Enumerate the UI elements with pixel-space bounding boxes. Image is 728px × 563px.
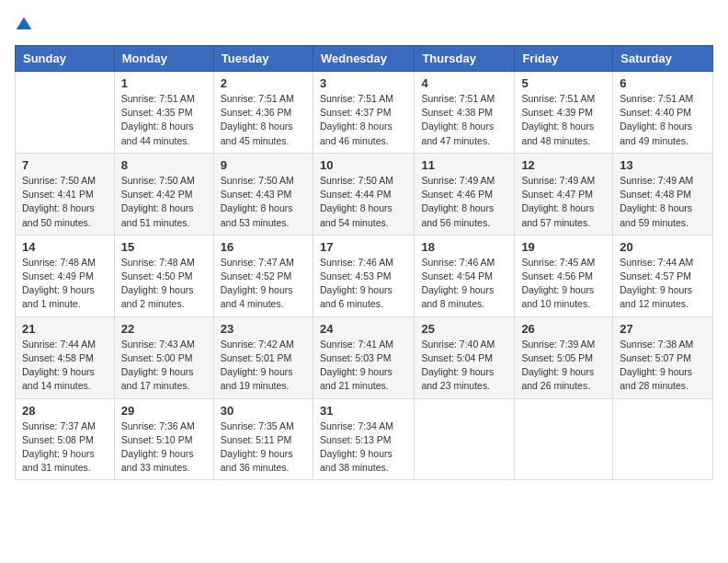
calendar-cell: 21Sunrise: 7:44 AMSunset: 4:58 PMDayligh… <box>16 316 115 398</box>
day-info: Sunrise: 7:47 AMSunset: 4:52 PMDaylight:… <box>221 256 306 312</box>
calendar-cell: 8Sunrise: 7:50 AMSunset: 4:42 PMDaylight… <box>114 153 213 235</box>
day-number: 8 <box>121 158 207 172</box>
day-number: 12 <box>521 158 606 172</box>
day-number: 11 <box>421 158 507 172</box>
weekday-header-friday: Friday <box>515 46 613 72</box>
day-number: 25 <box>421 322 507 336</box>
calendar-cell: 22Sunrise: 7:43 AMSunset: 5:00 PMDayligh… <box>114 316 213 398</box>
calendar-cell: 11Sunrise: 7:49 AMSunset: 4:46 PMDayligh… <box>415 153 515 235</box>
day-info: Sunrise: 7:51 AMSunset: 4:39 PMDaylight:… <box>521 92 606 148</box>
day-info: Sunrise: 7:49 AMSunset: 4:47 PMDaylight:… <box>521 174 606 230</box>
page-header <box>15 15 713 34</box>
day-number: 24 <box>320 322 407 336</box>
day-number: 31 <box>320 404 407 418</box>
day-info: Sunrise: 7:46 AMSunset: 4:54 PMDaylight:… <box>421 256 507 312</box>
day-number: 2 <box>221 76 306 90</box>
weekday-header-thursday: Thursday <box>415 46 515 72</box>
calendar-cell: 16Sunrise: 7:47 AMSunset: 4:52 PMDayligh… <box>213 235 313 316</box>
calendar-week-1: 1Sunrise: 7:51 AMSunset: 4:35 PMDaylight… <box>16 72 713 154</box>
day-info: Sunrise: 7:50 AMSunset: 4:43 PMDaylight:… <box>221 174 306 230</box>
day-info: Sunrise: 7:51 AMSunset: 4:40 PMDaylight:… <box>620 92 706 148</box>
calendar-cell: 4Sunrise: 7:51 AMSunset: 4:38 PMDaylight… <box>415 72 515 154</box>
calendar-cell: 5Sunrise: 7:51 AMSunset: 4:39 PMDaylight… <box>515 72 613 154</box>
day-number: 28 <box>22 404 108 418</box>
calendar-week-2: 7Sunrise: 7:50 AMSunset: 4:41 PMDaylight… <box>16 153 713 235</box>
calendar-cell: 10Sunrise: 7:50 AMSunset: 4:44 PMDayligh… <box>313 153 414 235</box>
day-info: Sunrise: 7:37 AMSunset: 5:08 PMDaylight:… <box>22 419 108 476</box>
day-number: 27 <box>620 322 706 336</box>
calendar-cell: 20Sunrise: 7:44 AMSunset: 4:57 PMDayligh… <box>613 235 713 316</box>
calendar-cell: 28Sunrise: 7:37 AMSunset: 5:08 PMDayligh… <box>16 398 115 480</box>
day-info: Sunrise: 7:51 AMSunset: 4:37 PMDaylight:… <box>320 92 407 148</box>
day-info: Sunrise: 7:35 AMSunset: 5:11 PMDaylight:… <box>221 419 306 476</box>
day-number: 26 <box>521 322 606 336</box>
logo <box>15 15 37 34</box>
day-number: 1 <box>121 76 207 90</box>
day-number: 23 <box>221 322 306 336</box>
weekday-header-tuesday: Tuesday <box>213 46 313 72</box>
day-info: Sunrise: 7:46 AMSunset: 4:53 PMDaylight:… <box>320 256 407 312</box>
calendar-cell: 3Sunrise: 7:51 AMSunset: 4:37 PMDaylight… <box>313 72 414 154</box>
calendar-cell: 15Sunrise: 7:48 AMSunset: 4:50 PMDayligh… <box>114 235 213 316</box>
day-number: 10 <box>320 158 407 172</box>
day-info: Sunrise: 7:50 AMSunset: 4:42 PMDaylight:… <box>121 174 207 230</box>
day-info: Sunrise: 7:50 AMSunset: 4:41 PMDaylight:… <box>22 174 108 230</box>
weekday-header-monday: Monday <box>114 46 213 72</box>
svg-marker-0 <box>17 17 32 29</box>
calendar-cell: 27Sunrise: 7:38 AMSunset: 5:07 PMDayligh… <box>613 316 713 398</box>
day-info: Sunrise: 7:51 AMSunset: 4:36 PMDaylight:… <box>221 92 306 148</box>
day-number: 20 <box>620 240 706 254</box>
calendar-week-4: 21Sunrise: 7:44 AMSunset: 4:58 PMDayligh… <box>16 316 713 398</box>
day-info: Sunrise: 7:38 AMSunset: 5:07 PMDaylight:… <box>620 338 706 394</box>
weekday-header-row: SundayMondayTuesdayWednesdayThursdayFrid… <box>16 46 713 72</box>
day-number: 7 <box>22 158 108 172</box>
day-number: 6 <box>620 76 706 90</box>
calendar-cell: 9Sunrise: 7:50 AMSunset: 4:43 PMDaylight… <box>213 153 313 235</box>
day-number: 21 <box>22 322 108 336</box>
day-info: Sunrise: 7:41 AMSunset: 5:03 PMDaylight:… <box>320 338 407 394</box>
calendar-cell: 17Sunrise: 7:46 AMSunset: 4:53 PMDayligh… <box>313 235 414 316</box>
calendar-cell <box>515 398 613 480</box>
logo-icon <box>15 16 33 34</box>
day-number: 9 <box>221 158 306 172</box>
day-number: 18 <box>421 240 507 254</box>
day-info: Sunrise: 7:44 AMSunset: 4:57 PMDaylight:… <box>620 256 706 312</box>
day-info: Sunrise: 7:49 AMSunset: 4:48 PMDaylight:… <box>620 174 706 230</box>
day-number: 30 <box>221 404 306 418</box>
day-info: Sunrise: 7:45 AMSunset: 4:56 PMDaylight:… <box>521 256 606 312</box>
day-info: Sunrise: 7:48 AMSunset: 4:50 PMDaylight:… <box>121 256 207 312</box>
calendar-cell: 24Sunrise: 7:41 AMSunset: 5:03 PMDayligh… <box>313 316 414 398</box>
day-info: Sunrise: 7:42 AMSunset: 5:01 PMDaylight:… <box>221 338 306 394</box>
weekday-header-saturday: Saturday <box>613 46 713 72</box>
day-info: Sunrise: 7:39 AMSunset: 5:05 PMDaylight:… <box>521 338 606 394</box>
calendar-cell: 26Sunrise: 7:39 AMSunset: 5:05 PMDayligh… <box>515 316 613 398</box>
calendar-cell: 13Sunrise: 7:49 AMSunset: 4:48 PMDayligh… <box>613 153 713 235</box>
weekday-header-sunday: Sunday <box>16 46 115 72</box>
calendar-cell: 2Sunrise: 7:51 AMSunset: 4:36 PMDaylight… <box>213 72 313 154</box>
day-number: 19 <box>521 240 606 254</box>
calendar-cell: 14Sunrise: 7:48 AMSunset: 4:49 PMDayligh… <box>16 235 115 316</box>
calendar-cell: 7Sunrise: 7:50 AMSunset: 4:41 PMDaylight… <box>16 153 115 235</box>
day-number: 17 <box>320 240 407 254</box>
calendar: SundayMondayTuesdayWednesdayThursdayFrid… <box>15 45 713 480</box>
day-info: Sunrise: 7:49 AMSunset: 4:46 PMDaylight:… <box>421 174 507 230</box>
calendar-cell: 18Sunrise: 7:46 AMSunset: 4:54 PMDayligh… <box>415 235 515 316</box>
day-info: Sunrise: 7:43 AMSunset: 5:00 PMDaylight:… <box>121 338 207 394</box>
calendar-cell: 19Sunrise: 7:45 AMSunset: 4:56 PMDayligh… <box>515 235 613 316</box>
calendar-cell: 25Sunrise: 7:40 AMSunset: 5:04 PMDayligh… <box>415 316 515 398</box>
day-number: 29 <box>121 404 207 418</box>
calendar-cell: 31Sunrise: 7:34 AMSunset: 5:13 PMDayligh… <box>313 398 414 480</box>
calendar-cell <box>16 72 115 154</box>
day-info: Sunrise: 7:36 AMSunset: 5:10 PMDaylight:… <box>121 419 207 476</box>
calendar-cell: 6Sunrise: 7:51 AMSunset: 4:40 PMDaylight… <box>613 72 713 154</box>
day-info: Sunrise: 7:34 AMSunset: 5:13 PMDaylight:… <box>320 419 407 476</box>
calendar-body: 1Sunrise: 7:51 AMSunset: 4:35 PMDaylight… <box>16 72 713 480</box>
day-number: 15 <box>121 240 207 254</box>
day-info: Sunrise: 7:50 AMSunset: 4:44 PMDaylight:… <box>320 174 407 230</box>
day-info: Sunrise: 7:51 AMSunset: 4:38 PMDaylight:… <box>421 92 507 148</box>
day-info: Sunrise: 7:40 AMSunset: 5:04 PMDaylight:… <box>421 338 507 394</box>
calendar-week-5: 28Sunrise: 7:37 AMSunset: 5:08 PMDayligh… <box>16 398 713 480</box>
day-number: 13 <box>620 158 706 172</box>
calendar-cell: 12Sunrise: 7:49 AMSunset: 4:47 PMDayligh… <box>515 153 613 235</box>
calendar-cell <box>415 398 515 480</box>
